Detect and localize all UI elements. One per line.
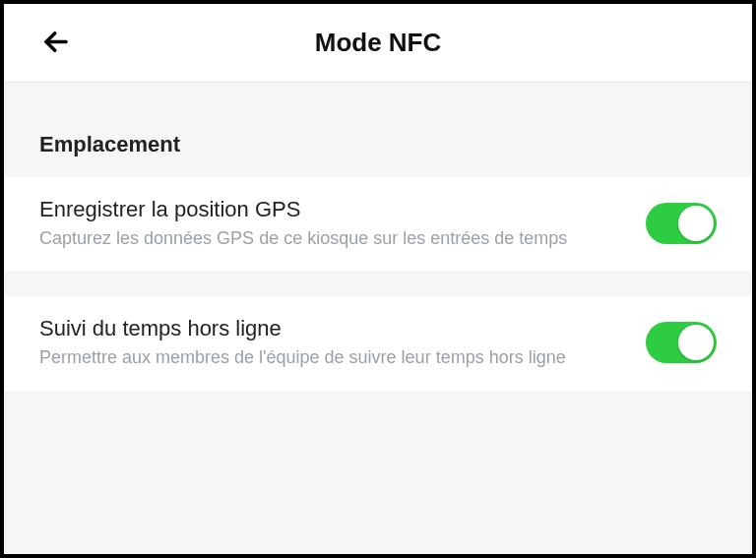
- setting-description: Permettre aux membres de l'équipe de sui…: [39, 345, 571, 369]
- toggle-gps[interactable]: [646, 203, 717, 244]
- back-arrow-icon: [41, 44, 71, 59]
- page-title: Mode NFC: [4, 28, 752, 58]
- setting-title: Suivi du temps hors ligne: [39, 316, 626, 341]
- header: Mode NFC: [4, 4, 752, 83]
- section-header-location: Emplacement: [4, 83, 752, 177]
- back-button[interactable]: [33, 19, 79, 67]
- toggle-knob-icon: [678, 325, 714, 360]
- setting-row-gps: Enregistrer la position GPS Capturez les…: [4, 177, 752, 273]
- content-area: Emplacement Enregistrer la position GPS …: [4, 83, 752, 554]
- setting-description: Capturez les données GPS de ce kiosque s…: [39, 226, 571, 250]
- setting-row-offline: Suivi du temps hors ligne Permettre aux …: [4, 296, 752, 392]
- toggle-knob-icon: [678, 206, 714, 241]
- setting-text: Suivi du temps hors ligne Permettre aux …: [39, 316, 626, 369]
- toggle-offline[interactable]: [646, 322, 717, 363]
- setting-text: Enregistrer la position GPS Capturez les…: [39, 197, 626, 250]
- setting-title: Enregistrer la position GPS: [39, 197, 626, 222]
